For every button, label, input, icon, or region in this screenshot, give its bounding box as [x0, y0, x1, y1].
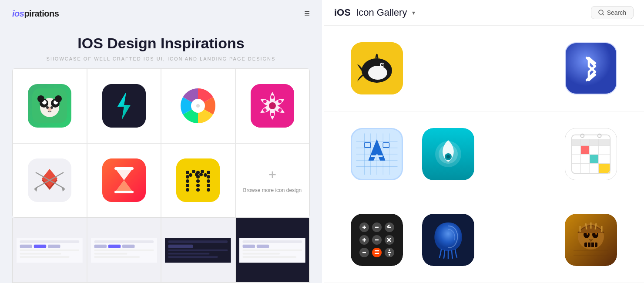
svg-rect-80 [243, 244, 255, 248]
svg-point-49 [207, 179, 210, 183]
browse-more-label: Browse more icon design [243, 187, 302, 193]
svg-rect-126 [599, 164, 610, 174]
hourglass-icon [102, 158, 146, 202]
icon-cell-hourglass[interactable] [87, 143, 161, 218]
search-icon [598, 10, 604, 16]
svg-rect-70 [94, 253, 127, 254]
svg-point-55 [196, 188, 200, 192]
spark-icon [102, 84, 146, 128]
svg-rect-62 [20, 253, 61, 254]
icon-cell-heart[interactable] [13, 143, 87, 218]
svg-rect-118 [599, 145, 610, 154]
screenshot-cell-4[interactable] [235, 218, 310, 283]
svg-rect-122 [599, 155, 610, 163]
search-button[interactable]: Search [591, 6, 634, 19]
icon-grid: + Browse more icon design [12, 68, 310, 218]
m-letter-icon [176, 158, 220, 202]
gallery-placeholder-1 [422, 42, 474, 94]
svg-point-53 [196, 179, 200, 183]
svg-rect-114 [572, 139, 610, 146]
svg-point-10 [55, 95, 62, 102]
svg-rect-59 [34, 244, 46, 248]
svg-rect-120 [580, 155, 589, 163]
svg-point-51 [207, 188, 210, 192]
svg-point-15 [196, 104, 200, 108]
svg-rect-117 [590, 145, 598, 154]
screenshot-cell-2[interactable] [87, 218, 161, 283]
svg-point-41 [192, 170, 195, 173]
temple-run-icon[interactable] [565, 214, 617, 266]
hero-subtitle: SHOWCASE OF WELL CRAFTED IOS UI, ICON AN… [9, 56, 313, 61]
calendar-icon[interactable] [565, 128, 617, 180]
svg-point-45 [201, 170, 204, 173]
snowflake-icon [251, 84, 294, 128]
logo-thin-part: Icon Gallery [356, 7, 407, 18]
icon-cell-spinner[interactable] [161, 69, 235, 143]
svg-rect-32 [114, 167, 134, 170]
svg-rect-75 [168, 249, 228, 251]
appstore-icon[interactable] [351, 128, 403, 180]
browse-more-cell[interactable]: + Browse more icon design [235, 143, 310, 218]
svg-point-47 [207, 171, 210, 174]
svg-rect-68 [122, 244, 134, 248]
svg-point-40 [189, 173, 192, 177]
svg-rect-82 [243, 249, 302, 251]
svg-point-36 [186, 175, 189, 179]
icon-cell-spark[interactable] [87, 69, 161, 143]
svg-point-18 [271, 95, 274, 99]
svg-point-54 [196, 184, 200, 187]
svg-rect-57 [20, 240, 79, 243]
keepsafe-icon[interactable] [422, 214, 474, 266]
svg-rect-123 [572, 164, 580, 174]
nav-chevron-icon[interactable]: ▾ [412, 9, 415, 16]
stylus-icon[interactable] [422, 128, 474, 180]
calculator-icon[interactable] [351, 214, 403, 266]
icon-cell-mtype[interactable] [161, 143, 235, 218]
svg-point-44 [199, 173, 203, 176]
svg-point-43 [196, 171, 200, 174]
gallery-placeholder-2 [493, 42, 546, 94]
svg-rect-61 [20, 249, 79, 251]
panda-icon [28, 84, 71, 128]
heart-arrows-icon [28, 158, 71, 202]
svg-point-37 [186, 179, 189, 183]
screenshot-cell-3[interactable] [161, 218, 235, 283]
svg-rect-63 [20, 256, 70, 258]
left-panel: iospirations ≡ IOS Design Inspirations S… [0, 0, 322, 283]
spinner-icon [176, 84, 220, 128]
svg-rect-84 [243, 256, 296, 258]
svg-point-167 [587, 233, 588, 235]
search-label: Search [607, 9, 626, 16]
logo-suffix: pirations [24, 9, 59, 18]
svg-line-86 [603, 14, 604, 15]
svg-point-168 [595, 233, 597, 235]
svg-point-38 [186, 184, 189, 187]
right-logo: iOS Icon Gallery [334, 7, 407, 18]
svg-rect-76 [168, 253, 210, 254]
svg-point-89 [368, 66, 387, 80]
svg-rect-77 [168, 256, 218, 258]
svg-rect-33 [114, 191, 134, 193]
svg-point-39 [186, 188, 189, 192]
svg-rect-115 [572, 145, 580, 154]
icon-cell-snowflake[interactable] [235, 69, 310, 143]
bluetooth-icon[interactable] [565, 42, 617, 94]
svg-rect-121 [590, 155, 598, 163]
whale-app-icon[interactable] [351, 42, 403, 94]
svg-rect-67 [108, 244, 121, 248]
svg-point-112 [446, 155, 450, 158]
hero-section: IOS Design Inspirations SHOWCASE OF WELL… [0, 27, 322, 68]
svg-point-21 [271, 113, 274, 116]
svg-rect-144 [372, 248, 382, 257]
svg-point-91 [381, 64, 384, 66]
hamburger-menu[interactable]: ≡ [304, 8, 310, 19]
svg-rect-83 [243, 253, 280, 254]
icon-cell-panda[interactable] [13, 69, 87, 143]
left-nav: iospirations ≡ [0, 0, 322, 27]
svg-point-17 [269, 102, 276, 109]
gallery-placeholder-3 [493, 128, 546, 180]
gallery-row-3 [324, 197, 644, 283]
screenshot-cell-1[interactable] [13, 218, 87, 283]
svg-point-7 [46, 106, 49, 109]
svg-point-50 [207, 184, 210, 187]
